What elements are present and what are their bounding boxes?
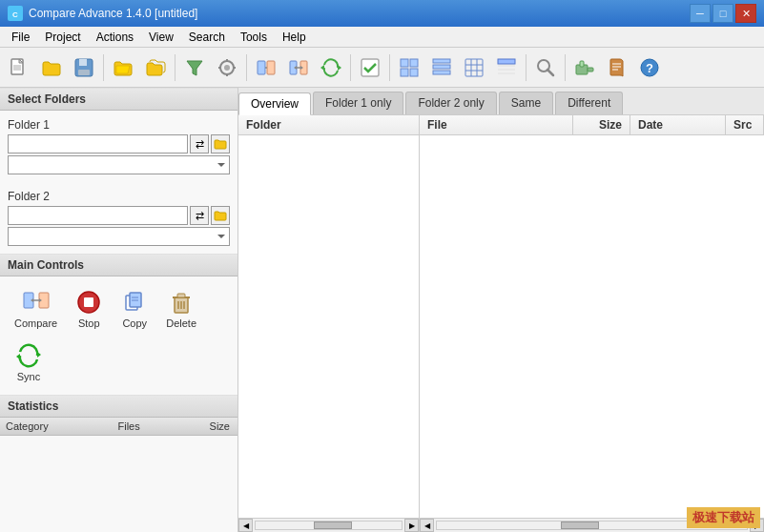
right-panel: Overview Folder 1 only Folder 2 only Sam… xyxy=(238,88,764,532)
svg-rect-26 xyxy=(361,59,379,76)
close-button[interactable]: ✕ xyxy=(735,4,756,23)
title-bar: C Compare Advance 1.4.0 [untitled] ─ □ ✕ xyxy=(0,0,764,27)
file-list[interactable] xyxy=(420,135,764,518)
select-folders-title: Select Folders xyxy=(0,88,237,111)
toolbar-book[interactable] xyxy=(602,52,632,83)
left-scroll-right[interactable]: ▶ xyxy=(404,519,419,532)
svg-text:?: ? xyxy=(646,61,653,75)
folder2-path-input[interactable] xyxy=(8,206,188,225)
svg-line-44 xyxy=(547,70,553,75)
toolbar-grid2[interactable] xyxy=(426,52,457,83)
col-header-src: Src xyxy=(726,115,764,134)
stop-label: Stop xyxy=(78,317,100,329)
toolbar: ? xyxy=(0,48,764,88)
tab-same[interactable]: Same xyxy=(499,92,553,114)
toolbar-sep-1 xyxy=(103,54,104,81)
svg-rect-39 xyxy=(498,59,515,64)
svg-rect-33 xyxy=(433,71,450,74)
toolbar-grid4[interactable] xyxy=(491,52,522,83)
svg-marker-25 xyxy=(320,65,324,71)
tab-different[interactable]: Different xyxy=(555,92,623,114)
menu-file[interactable]: File xyxy=(4,29,37,46)
stop-button[interactable]: Stop xyxy=(68,284,110,334)
content-header: Folder File Size Date Src xyxy=(238,115,764,135)
toolbar-compare-both[interactable] xyxy=(283,52,314,83)
menu-tools[interactable]: Tools xyxy=(233,29,275,46)
toolbar-search[interactable] xyxy=(530,52,561,83)
svg-rect-34 xyxy=(465,59,483,76)
folder2-label: Folder 2 xyxy=(8,190,230,203)
folder1-dropdown[interactable] xyxy=(8,155,230,174)
folder1-browse-btn[interactable] xyxy=(211,134,230,153)
menu-bar: File Project Actions View Search Tools H… xyxy=(0,27,764,48)
delete-button[interactable]: Delete xyxy=(159,284,203,334)
menu-view[interactable]: View xyxy=(141,29,181,46)
svg-text:C: C xyxy=(12,10,18,19)
toolbar-grid1[interactable] xyxy=(394,52,424,83)
folder1-input-row: ⇄ xyxy=(8,134,230,153)
toolbar-open[interactable] xyxy=(36,52,67,83)
stats-col-files: Files xyxy=(113,418,175,435)
svg-rect-59 xyxy=(84,297,93,307)
tabs-bar: Overview Folder 1 only Folder 2 only Sam… xyxy=(238,88,764,115)
svg-rect-27 xyxy=(401,59,408,67)
controls-section: Compare Stop xyxy=(0,276,237,395)
toolbar-plugin[interactable] xyxy=(569,52,600,83)
toolbar-sep-6 xyxy=(526,54,527,81)
maximize-button[interactable]: □ xyxy=(712,4,733,23)
tab-folder2only[interactable]: Folder 2 only xyxy=(405,92,496,114)
svg-rect-32 xyxy=(433,65,450,69)
toolbar-filter1[interactable] xyxy=(179,52,210,83)
tab-folder1only[interactable]: Folder 1 only xyxy=(313,92,403,114)
delete-icon xyxy=(168,289,195,316)
window-controls: ─ □ ✕ xyxy=(690,4,756,23)
menu-search[interactable]: Search xyxy=(181,29,233,46)
svg-marker-24 xyxy=(338,65,341,71)
sync-label: Sync xyxy=(17,371,40,382)
toolbar-sep-3 xyxy=(246,54,247,81)
toolbar-sep-5 xyxy=(389,54,390,81)
folder2-dropdown[interactable] xyxy=(8,227,230,246)
main-layout: Select Folders Folder 1 ⇄ Folder 2 ⇄ xyxy=(0,88,764,532)
toolbar-new[interactable] xyxy=(4,52,34,83)
toolbar-sep-7 xyxy=(565,54,566,81)
svg-rect-31 xyxy=(433,59,450,63)
menu-actions[interactable]: Actions xyxy=(89,29,141,46)
left-scrollbar: ◀ ▶ xyxy=(238,519,420,532)
folder2-sync-btn[interactable]: ⇄ xyxy=(190,206,209,225)
folder1-sync-btn[interactable]: ⇄ xyxy=(190,134,209,153)
copy-label: Copy xyxy=(122,317,147,329)
tab-overview[interactable]: Overview xyxy=(238,92,311,115)
stats-header: Category Files Size xyxy=(0,418,237,436)
svg-point-11 xyxy=(224,65,230,71)
svg-rect-46 xyxy=(580,61,584,67)
toolbar-help[interactable]: ? xyxy=(634,52,665,83)
folder2-browse-btn[interactable] xyxy=(211,206,230,225)
minimize-button[interactable]: ─ xyxy=(690,4,711,23)
menu-help[interactable]: Help xyxy=(275,29,314,46)
compare-button[interactable]: Compare xyxy=(8,284,64,334)
toolbar-check[interactable] xyxy=(355,52,385,83)
folder1-path-input[interactable] xyxy=(8,134,188,153)
toolbar-copy-folder[interactable] xyxy=(140,52,171,83)
toolbar-grid3[interactable] xyxy=(459,52,489,83)
col-header-folder: Folder xyxy=(238,115,420,134)
toolbar-compare-left[interactable] xyxy=(251,52,281,83)
left-scroll-left[interactable]: ◀ xyxy=(238,519,253,532)
folder-list[interactable] xyxy=(238,135,420,518)
toolbar-sync[interactable] xyxy=(316,52,346,83)
copy-icon xyxy=(121,289,148,316)
svg-rect-66 xyxy=(177,294,185,297)
menu-project[interactable]: Project xyxy=(37,29,88,46)
sync-button[interactable]: Sync xyxy=(8,338,50,387)
toolbar-save[interactable] xyxy=(69,52,99,83)
right-scroll-left[interactable]: ◀ xyxy=(420,519,434,532)
toolbar-open-folder[interactable] xyxy=(108,52,138,83)
copy-button[interactable]: Copy xyxy=(114,284,155,334)
svg-marker-70 xyxy=(37,352,41,358)
toolbar-filter2[interactable] xyxy=(212,52,242,83)
stop-icon xyxy=(75,289,102,316)
svg-rect-29 xyxy=(401,69,408,76)
compare-icon xyxy=(23,289,50,316)
left-scroll-track[interactable] xyxy=(255,521,403,530)
